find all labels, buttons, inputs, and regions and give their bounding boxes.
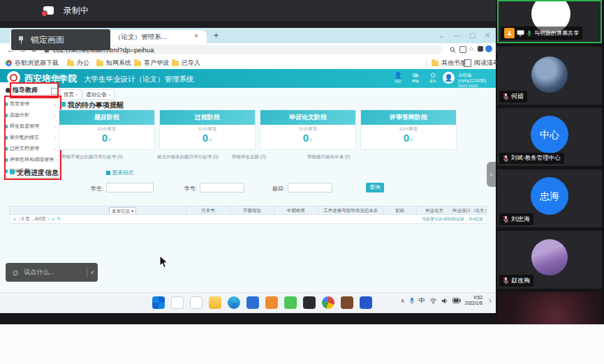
- header-icon-logout[interactable]: ⏻退出: [426, 72, 440, 83]
- participant-name: 刘忠海: [511, 215, 530, 224]
- sidebar-item-topic-analysis[interactable]: 选题分析›: [4, 110, 56, 120]
- edge-icon[interactable]: [228, 296, 240, 309]
- pager-first-icon[interactable]: «: [13, 217, 16, 222]
- profile-avatar-icon[interactable]: [485, 45, 492, 52]
- sidebar-item-process-docs[interactable]: 过程文档管理›: [4, 144, 56, 153]
- bookmark-chrome-download[interactable]: 谷歌浏览器下载: [6, 59, 59, 68]
- pager-next-icon[interactable]: ›: [47, 217, 49, 222]
- clock-time: 9:52: [465, 295, 483, 301]
- participant-tile-hejing[interactable]: 何婧: [497, 47, 602, 105]
- tab-close-icon[interactable]: ×: [75, 93, 78, 97]
- window-close-icon[interactable]: ✕: [485, 31, 490, 39]
- student-no-input[interactable]: [200, 183, 244, 192]
- other-bookmarks[interactable]: 其他书签: [432, 59, 466, 68]
- tray-mic-icon[interactable]: [409, 297, 415, 305]
- shared-screen: 录制中 （论文）管理系… × + ⌄ — ▢ ✕ ← → ↻ co2.cnki.…: [0, 0, 496, 324]
- new-tab-button[interactable]: +: [214, 31, 219, 40]
- reading-list[interactable]: 阅读清单: [464, 59, 499, 68]
- todo-link-1[interactable]: 审核不通过的题目等待处理 (0): [61, 154, 123, 160]
- participant-tile-zhaogaimei[interactable]: 赵改梅: [497, 231, 602, 289]
- header-icon-message[interactable]: 👤消息: [391, 72, 405, 83]
- pager-prev-icon[interactable]: ‹: [19, 217, 20, 222]
- qq-icon[interactable]: [303, 296, 316, 309]
- camera-app-icon[interactable]: [360, 296, 372, 309]
- bookmark-folder-client[interactable]: 客户华设: [134, 59, 169, 68]
- bookmark-folder-office[interactable]: 办公: [67, 59, 89, 68]
- window-chevron-icon[interactable]: ⌄: [439, 31, 444, 39]
- todo-link-3[interactable]: 审核学生选题 (0): [232, 154, 266, 160]
- participants-panel-handle[interactable]: ›: [487, 162, 496, 187]
- bookmark-folder-cnki[interactable]: 知网系统: [96, 59, 131, 68]
- start-icon[interactable]: [152, 296, 165, 309]
- search-button[interactable]: 查询: [366, 183, 384, 192]
- clock-date: 2022/1/6: [465, 301, 483, 306]
- todo-link-2[interactable]: 被允许修改的题目等待处理 (0): [157, 154, 219, 160]
- chart-mode-link[interactable]: 图表模式: [106, 169, 133, 176]
- sidebar-item-assigned-reports[interactable]: 被分配的报告›: [4, 132, 56, 142]
- zoom-icon[interactable]: [450, 47, 456, 53]
- pin-icon: [17, 36, 24, 43]
- chat-collapse-button[interactable]: <: [87, 269, 98, 276]
- table-col: 开题报告: [230, 206, 274, 214]
- folder-icon: [432, 61, 439, 66]
- share-badge-icon[interactable]: [459, 46, 466, 53]
- extensions-puzzle-icon[interactable]: [478, 46, 483, 52]
- stage-card-title: 毕设论文阶段: [260, 110, 355, 125]
- emoji-icon[interactable]: ☺: [11, 268, 20, 278]
- stage-card-count: 0个: [59, 132, 154, 146]
- header-icon-help[interactable]: 🛍帮助: [408, 72, 422, 83]
- focus-moon-icon[interactable]: ☽: [487, 298, 492, 304]
- table-col: 毕业设计（论文）审核表: [452, 206, 486, 214]
- filter-topic-label: 题目:: [272, 185, 285, 192]
- meeting-window: 录制中 （论文）管理系… × + ⌄ — ▢ ✕ ← → ↻ co2.cnki.…: [0, 0, 604, 364]
- system-title: 大学生毕业设计（论文）管理系统: [84, 75, 194, 84]
- sidebar-item-review-grades[interactable]: 评审答辩和成绩管理›: [4, 155, 56, 165]
- bookmark-star-icon[interactable]: ☆: [469, 45, 474, 52]
- todo-link-4[interactable]: 审核题目修改申请 (0): [307, 154, 351, 160]
- store-icon[interactable]: [246, 296, 259, 309]
- menu-icon: [4, 125, 8, 128]
- sidebar-collapse-icon[interactable]: [51, 88, 58, 95]
- menu-icon: [4, 158, 8, 162]
- tray-expand-icon[interactable]: ∧: [401, 298, 405, 304]
- sidebar-item-mutual-selection[interactable]: 师生双选管理›: [4, 121, 56, 131]
- chat-input-placeholder[interactable]: 说点什么...: [24, 268, 87, 277]
- tab-close-icon[interactable]: ×: [194, 32, 198, 40]
- wechat-icon[interactable]: [284, 296, 297, 309]
- wifi-icon[interactable]: [429, 298, 437, 304]
- sidebar-item-home[interactable]: 首页管理›: [4, 99, 56, 109]
- input-method-indicator[interactable]: 中: [419, 296, 425, 305]
- stage-card-title: 过程阶段: [160, 110, 255, 125]
- window-minimize-icon[interactable]: —: [454, 31, 461, 39]
- file-explorer-icon[interactable]: [209, 296, 221, 309]
- pager-refresh-icon[interactable]: ↻: [57, 216, 61, 222]
- participant-tile-partial[interactable]: [497, 292, 602, 324]
- task-view-icon[interactable]: [190, 296, 202, 309]
- topic-input[interactable]: [288, 183, 332, 192]
- participant-tile-liubin[interactable]: 中心 刘斌-教务管理中心: [497, 108, 602, 166]
- page-tab-home[interactable]: 首页×: [60, 89, 82, 100]
- participant-tile-liuzhonghai[interactable]: 忠海 刘忠海: [497, 169, 602, 227]
- bookmark-folder-imported[interactable]: 已导入: [172, 59, 200, 68]
- battery-icon[interactable]: [452, 298, 461, 303]
- tab-close-icon[interactable]: ×: [108, 93, 111, 97]
- taskbar-clock[interactable]: 9:52 2022/1/6: [465, 295, 483, 306]
- app-icon[interactable]: [341, 296, 353, 309]
- search-icon[interactable]: [171, 296, 184, 309]
- participant-label: 何婧: [499, 91, 527, 103]
- participant-tile-sharer[interactable]: 马明扬的屏幕共享: [497, 0, 602, 43]
- menu-icon: [4, 136, 8, 139]
- pager-last-icon[interactable]: »: [52, 217, 54, 222]
- office-icon[interactable]: [265, 296, 278, 309]
- role-button[interactable]: 指导教师: [6, 86, 38, 95]
- chat-overlay[interactable]: ☺ 说点什么... <: [6, 263, 98, 282]
- user-avatar[interactable]: 👤: [443, 72, 455, 84]
- chrome-icon[interactable]: [322, 296, 334, 309]
- student-input[interactable]: [106, 183, 154, 192]
- column-group-select[interactable]: 基本信息▾: [109, 207, 136, 214]
- stage-card-count: 0个: [361, 132, 456, 146]
- volume-icon[interactable]: [441, 298, 448, 304]
- host-badge-icon: [504, 28, 515, 38]
- page-tab-notice[interactable]: 通知公告×: [82, 89, 115, 100]
- window-maximize-icon[interactable]: ▢: [469, 31, 476, 39]
